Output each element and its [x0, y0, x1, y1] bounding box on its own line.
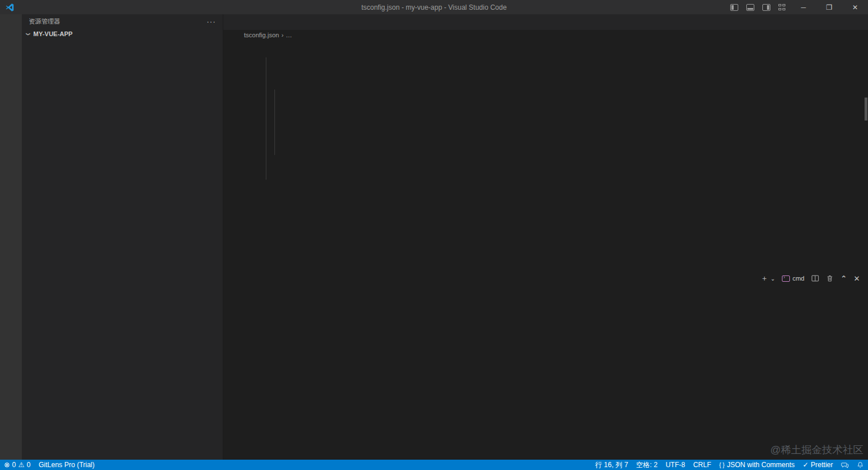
- titlebar: tsconfig.json - my-vue-app - Visual Stud…: [0, 0, 868, 14]
- breadcrumb-file[interactable]: tsconfig.json: [244, 32, 279, 38]
- feedback-icon[interactable]: [837, 460, 852, 470]
- toggle-secondary-sidebar-icon[interactable]: [762, 4, 770, 11]
- formatter-status[interactable]: ✓ Prettier: [799, 460, 837, 470]
- toggle-sidebar-icon[interactable]: [730, 4, 738, 11]
- split-terminal-icon[interactable]: [811, 274, 819, 282]
- terminal-instance-cmd[interactable]: cmd: [782, 275, 804, 282]
- gitlens-status[interactable]: GitLens Pro (Trial): [34, 460, 99, 470]
- breadcrumb[interactable]: tsconfig.json › …: [223, 30, 868, 40]
- breadcrumb-more[interactable]: …: [286, 32, 292, 38]
- activity-bar: [0, 14, 22, 460]
- status-bar: ⊗0 ⚠0 GitLens Pro (Trial) 行 16, 列 7 空格: …: [0, 460, 868, 470]
- editor-tabs: [223, 14, 868, 30]
- notifications-bell-icon[interactable]: [852, 460, 868, 470]
- json-braces-icon: { }: [719, 462, 724, 468]
- customize-layout-icon[interactable]: [778, 4, 786, 11]
- restore-button[interactable]: ❐: [816, 0, 842, 14]
- close-button[interactable]: ✕: [842, 0, 868, 14]
- code-editor[interactable]: [223, 40, 868, 269]
- indent-guide: [266, 57, 266, 180]
- language-mode-status[interactable]: { } JSON with Comments: [715, 460, 799, 470]
- project-root-header[interactable]: ❯ MY-VUE-APP: [22, 28, 223, 40]
- explorer-sidebar: 资源管理器 ··· ❯ MY-VUE-APP: [22, 14, 223, 460]
- sidebar-more-icon[interactable]: ···: [207, 17, 216, 26]
- sidebar-title: 资源管理器: [29, 17, 60, 26]
- indent-guide: [274, 90, 275, 155]
- editor-group: tsconfig.json › … ＋ ⌄ cmd ⌃ ✕: [223, 14, 868, 460]
- project-root-label: MY-VUE-APP: [33, 30, 72, 37]
- warnings-icon: ⚠: [18, 461, 25, 469]
- maximize-panel-icon[interactable]: ⌃: [840, 274, 847, 283]
- editor-scrollbar[interactable]: [865, 98, 867, 121]
- bottom-panel: ＋ ⌄ cmd ⌃ ✕: [223, 269, 868, 460]
- tsconfig-file-icon: [231, 31, 239, 40]
- terminal[interactable]: [223, 288, 868, 293]
- vscode-logo-icon: [5, 3, 14, 12]
- kill-terminal-icon[interactable]: [826, 274, 834, 282]
- errors-icon: ⊗: [4, 461, 10, 469]
- cursor-position-status[interactable]: 行 16, 列 7: [591, 460, 632, 470]
- indentation-status[interactable]: 空格: 2: [632, 460, 661, 470]
- minimize-button[interactable]: ─: [790, 0, 816, 14]
- terminal-picker-icon[interactable]: ⌄: [770, 275, 775, 282]
- toggle-panel-icon[interactable]: [746, 4, 754, 11]
- new-terminal-icon[interactable]: ＋: [761, 273, 768, 283]
- close-panel-icon[interactable]: ✕: [854, 274, 860, 283]
- terminal-icon: [782, 275, 790, 282]
- eol-status[interactable]: CRLF: [689, 460, 715, 470]
- encoding-status[interactable]: UTF-8: [661, 460, 689, 470]
- problems-status[interactable]: ⊗0 ⚠0: [0, 460, 34, 470]
- check-icon: ✓: [803, 461, 808, 469]
- juejin-watermark: @稀土掘金技术社区: [770, 443, 863, 457]
